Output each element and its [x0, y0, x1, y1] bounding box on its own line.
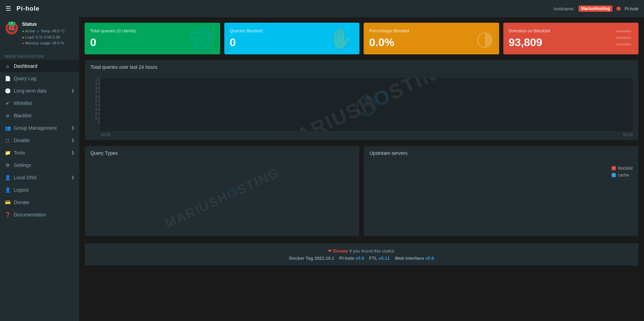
cache-legend-dot — [612, 173, 616, 177]
query-types-panel: Query Types MARIUSHOSTING — [85, 146, 359, 236]
stat-card-domains-blocklist: Domains on Blocklist 93,809 ☰ — [503, 23, 639, 54]
user-icon: 👤 — [5, 175, 10, 180]
upstream-servers-panel: Upstream servers blocklist cache — [364, 146, 638, 236]
main-content: Total queries (0 clients) 0 🌐 Queries Bl… — [79, 17, 644, 321]
globe-icon: 🌐 — [189, 28, 215, 49]
status-memory: ● Memory usage: 39.8 % — [22, 40, 65, 46]
chart-title: Total queries over last 24 hours — [85, 60, 638, 74]
cache-legend-label: cache — [618, 173, 629, 178]
sidebar-item-label: Dashboard — [14, 63, 37, 69]
status-load: ● Load: 0.31 0.58 0.38 — [22, 34, 65, 41]
sidebar-item-logout[interactable]: 👤 Logout — [0, 184, 79, 196]
list-icon: ☰ — [614, 28, 633, 49]
svg-point-6 — [11, 25, 13, 28]
pihole-version: v5.6 — [355, 256, 364, 261]
sidebar-item-whitelist[interactable]: ✔ Whitelist — [0, 97, 79, 109]
sidebar-item-disable[interactable]: ◻ Disable ❯ — [0, 134, 79, 147]
raspi-logo — [5, 21, 19, 35]
status-active: ● Active 🌡 Temp: 48.0 °C — [22, 28, 65, 34]
question-icon: ❓ — [5, 212, 10, 217]
status-title: Status — [22, 21, 65, 27]
sidebar-item-donate[interactable]: 💳 Donate — [0, 196, 79, 208]
users-icon: 👥 — [5, 125, 10, 131]
queries-chart-section: Total queries over last 24 hours 1.0 0.9… — [85, 60, 638, 140]
sidebar-item-label: Query Log — [14, 76, 36, 81]
donate-icon: 💳 — [5, 200, 10, 205]
upstream-servers-title: Upstream servers — [364, 146, 638, 160]
nav-section-label: MAIN NAVIGATION — [0, 50, 79, 60]
temp-dot: 🌡 — [36, 29, 40, 33]
svg-point-5 — [9, 26, 11, 28]
total-queries-value: 0 — [90, 36, 136, 49]
footer-donate-line: ❤ Donate if you found this useful. — [89, 248, 634, 254]
svg-point-7 — [12, 26, 14, 28]
sidebar-item-label: Whitelist — [14, 100, 32, 106]
chevron-right-icon: ❯ — [71, 126, 74, 130]
sidebar-item-label: Disable — [14, 138, 30, 143]
docker-tag-value: 2021.10.1 — [314, 256, 334, 261]
pie-chart-icon: ◑ — [476, 28, 494, 49]
queries-blocked-value: 0 — [230, 36, 262, 49]
sidebar-item-label: Long-term data — [14, 88, 46, 94]
chevron-right-icon: ❯ — [71, 150, 74, 155]
percentage-blocked-value: 0.0% — [369, 36, 409, 49]
sidebar-item-long-term-data[interactable]: 🕐 Long-term data ❯ — [0, 85, 79, 97]
sidebar-item-label: Group Management — [14, 125, 57, 131]
query-types-watermark: MARIUSHOSTING — [162, 165, 281, 231]
home-icon: ⌂ — [5, 63, 10, 69]
hostname-label: hostname: — [554, 6, 575, 11]
pihole-label: Pi-hole — [625, 6, 638, 11]
sidebar-item-blacklist[interactable]: ⊘ Blacklist — [0, 109, 79, 122]
query-types-title: Query Types — [85, 146, 359, 160]
chart-y-axis: 1.0 0.9 0.8 0.7 0.6 0.5 0.4 0.3 0.2 0.1 … — [90, 78, 100, 131]
brand-title: Pi-hole — [17, 5, 40, 12]
bottom-charts: Query Types MARIUSHOSTING Upstream serve… — [85, 146, 638, 236]
footer-versions: Docker Tag 2021.10.1 Pi-hole v5.6 FTL v5… — [89, 256, 634, 261]
topnav: ☰ Pi-hole hostname: MariusHosting Pi-hol… — [0, 0, 644, 17]
sidebar-item-label: Donate — [14, 200, 29, 205]
logout-icon: 👤 — [5, 187, 10, 193]
footer: ❤ Donate if you found this useful. Docke… — [85, 243, 638, 266]
sidebar-item-dashboard[interactable]: ⌂ Dashboard — [0, 60, 79, 72]
legend-item-blocklist: blocklist — [612, 166, 633, 171]
mem-dot: ● — [22, 41, 24, 45]
sidebar-item-documentation[interactable]: ❓ Documentation — [0, 208, 79, 221]
hamburger-icon[interactable]: ☰ — [6, 5, 11, 12]
footer-donate-link[interactable]: Donate — [333, 248, 348, 254]
sidebar-item-label: Local DNS — [14, 175, 37, 180]
footer-donate-suffix: if you found this useful. — [350, 248, 395, 254]
sidebar-item-query-log[interactable]: 📄 Query Log — [0, 72, 79, 85]
sidebar-item-tools[interactable]: 📁 Tools ❯ — [0, 147, 79, 159]
sidebar-item-local-dns[interactable]: 👤 Local DNS ❯ — [0, 171, 79, 184]
clock-icon: 🕐 — [5, 88, 10, 94]
active-dot: ● — [22, 29, 24, 33]
svg-point-9 — [10, 28, 12, 30]
file-icon: 📄 — [5, 76, 10, 81]
stat-cards: Total queries (0 clients) 0 🌐 Queries Bl… — [85, 23, 638, 54]
sidebar-item-label: Tools — [14, 150, 25, 156]
percentage-blocked-subtitle: Percentage Blocked — [369, 28, 409, 33]
pihole-status-dot — [616, 7, 621, 11]
hostname-badge: MariusHosting — [579, 6, 612, 12]
square-icon: ◻ — [5, 138, 10, 143]
hand-icon: ✋ — [328, 28, 354, 49]
sidebar-item-group-management[interactable]: 👥 Group Management ❯ — [0, 122, 79, 134]
svg-point-11 — [13, 28, 15, 30]
sidebar-item-settings[interactable]: ⚙ Settings — [0, 159, 79, 171]
domains-blocklist-value: 93,809 — [509, 36, 550, 49]
blocklist-legend-dot — [612, 166, 616, 170]
sidebar-item-label: Settings — [14, 162, 31, 168]
check-circle-icon: ✔ — [5, 100, 10, 106]
ftl-label: FTL — [369, 256, 377, 261]
stat-card-queries-blocked: Queries Blocked 0 ✋ — [224, 23, 360, 54]
sidebar-item-label: Documentation — [14, 212, 46, 217]
upstream-legend: blocklist cache — [612, 166, 633, 178]
queries-blocked-subtitle: Queries Blocked — [230, 28, 262, 33]
total-queries-subtitle: Total queries (0 clients) — [90, 28, 136, 33]
docker-tag-label: Docker Tag — [289, 256, 313, 261]
chevron-right-icon: ❯ — [71, 88, 74, 93]
stat-card-total-queries: Total queries (0 clients) 0 🌐 — [85, 23, 220, 54]
chart-x-start: 04:00 — [101, 132, 110, 137]
web-interface-label: Web Interface — [395, 256, 424, 261]
chevron-right-icon: ❯ — [71, 175, 74, 180]
